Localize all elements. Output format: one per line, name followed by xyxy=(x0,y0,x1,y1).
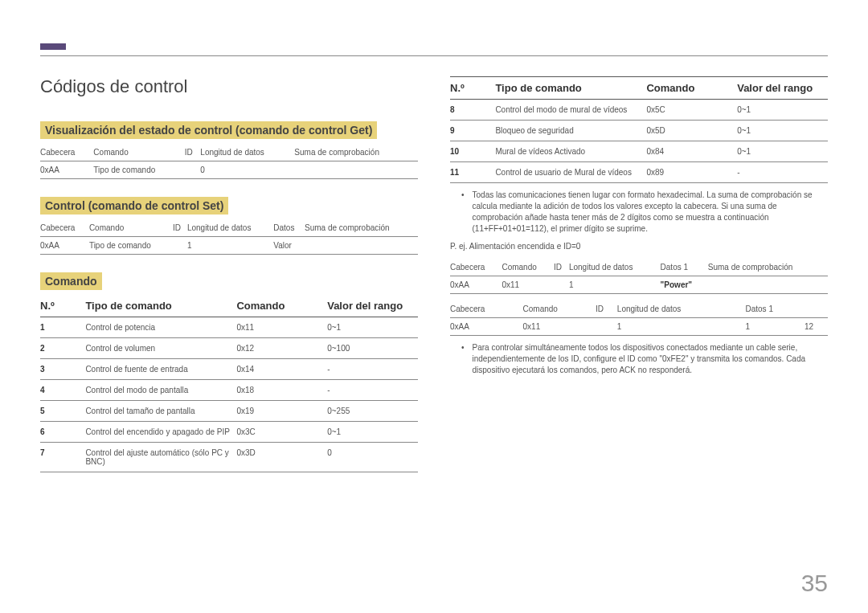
td: 0xAA xyxy=(40,237,89,255)
td: Tipo de comando xyxy=(93,161,184,179)
example-table-1: Cabecera Comando ID Longitud de datos Da… xyxy=(450,259,828,294)
cell-cmd: 0x12 xyxy=(236,344,327,353)
example-table-2: Cabecera Comando ID Longitud de datos Da… xyxy=(450,300,828,336)
page-title: Códigos de control xyxy=(40,76,418,97)
cell-tipo: Control de volumen xyxy=(85,344,236,353)
th: ID xyxy=(173,219,187,237)
th-no: N.º xyxy=(40,300,85,312)
td: 1 xyxy=(187,237,273,255)
cmd-rows-left: 1Control de potencia0x110~12Control de v… xyxy=(40,317,418,472)
accent-bar xyxy=(40,43,66,50)
cell-rango: - xyxy=(327,386,418,394)
th-no: N.º xyxy=(450,82,495,94)
cell-cmd: 0x5D xyxy=(646,126,737,135)
td xyxy=(554,276,569,294)
content-columns: Códigos de control Visualización del est… xyxy=(40,76,828,472)
cell-tipo: Control de potencia xyxy=(85,323,236,332)
cmd-row: 7Control del ajuste automático (sólo PC … xyxy=(40,443,418,472)
cmd-table-header-right: N.º Tipo de comando Comando Valor del ra… xyxy=(450,76,828,100)
cell-tipo: Mural de vídeos Activado xyxy=(495,147,646,156)
cell-rango: 0~1 xyxy=(737,105,828,114)
cell-tipo: Control del modo de mural de vídeos xyxy=(495,105,646,114)
cell-rango: 0~1 xyxy=(737,126,828,135)
cell-cmd: 0x84 xyxy=(646,147,737,156)
cell-no: 9 xyxy=(450,126,495,135)
cell-cmd: 0x11 xyxy=(236,323,327,332)
cmd-row: 8Control del modo de mural de vídeos0x5C… xyxy=(450,100,828,121)
set-table: Cabecera Comando ID Longitud de datos Da… xyxy=(40,219,418,255)
section-get-title: Visualización del estado de control (com… xyxy=(40,121,377,139)
td: 0x11 xyxy=(502,276,553,294)
cell-no: 6 xyxy=(40,427,85,436)
th: Cabecera xyxy=(40,219,89,237)
th-tipo: Tipo de comando xyxy=(85,300,236,312)
th: Comando xyxy=(89,219,173,237)
cell-no: 5 xyxy=(40,407,85,415)
th-rango: Valor del rango xyxy=(327,300,418,312)
th: Longitud de datos xyxy=(617,300,746,318)
cell-rango: 0~1 xyxy=(327,323,418,332)
th: Datos 1 xyxy=(746,300,805,318)
cmd-row: 11Control de usuario de Mural de vídeos0… xyxy=(450,162,828,183)
th-cmd: Comando xyxy=(236,300,327,312)
td: Tipo de comando xyxy=(89,237,173,255)
td: 0 xyxy=(200,161,294,179)
cell-no: 4 xyxy=(40,386,85,394)
cell-rango: 0~255 xyxy=(327,407,418,415)
cmd-row: 4Control del modo de pantalla0x18- xyxy=(40,380,418,401)
cell-rango: 0 xyxy=(327,448,418,466)
td: 1 xyxy=(569,276,661,294)
cell-tipo: Bloqueo de seguridad xyxy=(495,126,646,135)
cmd-table-header: N.º Tipo de comando Comando Valor del ra… xyxy=(40,295,418,317)
td: 12 xyxy=(805,318,828,336)
th: ID xyxy=(554,259,569,276)
th: Suma de comprobación xyxy=(305,219,418,237)
th: Longitud de datos xyxy=(200,144,294,161)
th: Cabecera xyxy=(40,144,93,161)
th: Suma de comprobación xyxy=(708,259,828,276)
cell-rango: 0~1 xyxy=(327,427,418,436)
cell-tipo: Control del tamaño de pantalla xyxy=(85,407,236,415)
cell-cmd: 0x3D xyxy=(236,448,327,466)
cell-no: 2 xyxy=(40,344,85,353)
th: Comando xyxy=(502,259,553,276)
cell-no: 11 xyxy=(450,168,495,177)
td: 1 xyxy=(746,318,805,336)
cell-cmd: 0x19 xyxy=(236,407,327,415)
cell-rango: - xyxy=(737,168,828,177)
get-table: Cabecera Comando ID Longitud de datos Su… xyxy=(40,144,418,179)
section-comando-title: Comando xyxy=(40,272,102,290)
th: Datos xyxy=(273,219,305,237)
th: Cabecera xyxy=(450,300,523,318)
cmd-rows-right: 8Control del modo de mural de vídeos0x5C… xyxy=(450,100,828,183)
cmd-row: 1Control de potencia0x110~1 xyxy=(40,317,418,338)
td xyxy=(305,237,418,255)
note-broadcast: Para controlar simultáneamente todos los… xyxy=(461,342,828,376)
th: Suma de comprobación xyxy=(294,144,418,161)
th-tipo: Tipo de comando xyxy=(495,82,646,94)
section-set-title: Control (comando de control Set) xyxy=(40,197,228,215)
cmd-row: 9Bloqueo de seguridad0x5D0~1 xyxy=(450,121,828,141)
cell-tipo: Control de fuente de entrada xyxy=(85,365,236,374)
cell-no: 1 xyxy=(40,323,85,332)
cell-tipo: Control del encendido y apagado de PIP xyxy=(85,427,236,436)
td: 0xAA xyxy=(450,276,502,294)
cell-no: 8 xyxy=(450,105,495,114)
td xyxy=(596,318,617,336)
example-label: P. ej. Alimentación encendida e ID=0 xyxy=(450,241,828,252)
cmd-row: 2Control de volumen0x120~100 xyxy=(40,338,418,359)
td xyxy=(173,237,187,255)
th-rango: Valor del rango xyxy=(737,82,828,94)
cell-cmd: 0x3C xyxy=(236,427,327,436)
top-rule xyxy=(40,55,828,56)
th: Longitud de datos xyxy=(569,259,661,276)
th: Comando xyxy=(93,144,184,161)
th-cmd: Comando xyxy=(646,82,737,94)
cell-tipo: Control del ajuste automático (sólo PC y… xyxy=(85,448,236,466)
cell-tipo: Control de usuario de Mural de vídeos xyxy=(495,168,646,177)
td xyxy=(294,161,418,179)
th: ID xyxy=(185,144,201,161)
td xyxy=(708,276,828,294)
th: Datos 1 xyxy=(661,259,708,276)
cell-rango: - xyxy=(327,365,418,374)
